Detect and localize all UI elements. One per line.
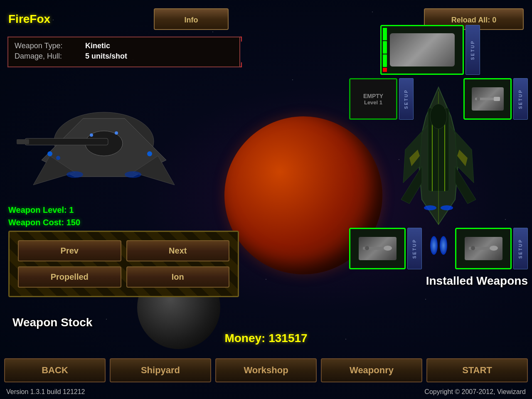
health-bar-green — [383, 28, 387, 40]
weapon-damage-row: Damage, Hull: 5 units/shot — [15, 52, 233, 61]
bot-right-container: SETUP — [455, 228, 528, 269]
svg-point-7 — [47, 151, 52, 156]
version-text: Version 1.3.1 build 121212 — [6, 388, 85, 396]
weapon-slot-top-img — [390, 33, 455, 66]
svg-point-10 — [90, 133, 93, 137]
weapon-level: Weapon Level: 1 — [8, 204, 80, 216]
installed-weapons-panel: SETUP EMPTY Level 1 SETUP — [349, 25, 528, 288]
svg-point-9 — [147, 151, 152, 156]
start-button[interactable]: START — [426, 358, 528, 382]
weapon-info-panel: Weapon Type: Kinetic Damage, Hull: 5 uni… — [7, 37, 240, 67]
back-button[interactable]: BACK — [4, 358, 106, 382]
svg-rect-4 — [17, 139, 29, 144]
weapon-stats: Weapon Level: 1 Weapon Cost: 150 — [8, 204, 80, 229]
shipyard-button[interactable]: Shipyard — [110, 358, 211, 382]
next-button[interactable]: Next — [126, 240, 230, 261]
ship-name: FireFox — [8, 12, 50, 26]
weapon-type-label: Weapon Type: — [15, 42, 81, 50]
setup-btn-mid-right[interactable]: SETUP — [513, 78, 528, 120]
info-button[interactable]: Info — [154, 8, 229, 30]
propelled-button[interactable]: Propelled — [18, 266, 121, 288]
weapon-cost: Weapon Cost: 150 — [8, 216, 80, 229]
copyright-text: Copyright © 2007-2012, Viewizard — [424, 388, 526, 396]
setup-btn-bot-left[interactable]: SETUP — [407, 228, 422, 269]
svg-point-11 — [115, 131, 118, 135]
weapon-damage-value: 5 units/shot — [85, 52, 127, 61]
weapon-stock-label: Weapon Stock — [12, 316, 92, 329]
glow-figure-2 — [440, 236, 447, 255]
weapon-type-value: Kinetic — [85, 42, 110, 50]
weapon-stock-panel: Prev Next Propelled Ion — [8, 231, 239, 297]
setup-btn-bot-right[interactable]: SETUP — [513, 228, 528, 269]
bottom-nav: BACK Shipyard Workshop Weaponry START — [4, 358, 528, 382]
center-ship-art — [397, 83, 480, 229]
weapon-slot-bot-left[interactable] — [349, 228, 406, 269]
weapon-type-panel: Weapon Type: Kinetic Damage, Hull: 5 uni… — [7, 37, 242, 67]
weapon-icon-bot-left — [359, 237, 397, 260]
svg-point-32 — [384, 246, 392, 251]
svg-rect-15 — [494, 97, 500, 101]
health-bar-green2 — [383, 41, 387, 54]
svg-point-8 — [56, 156, 60, 160]
health-bar-red — [383, 68, 387, 72]
weapon-slot-bot-right[interactable] — [455, 228, 512, 269]
svg-point-33 — [365, 246, 369, 250]
weaponry-button[interactable]: Weaponry — [321, 358, 422, 382]
installed-ship-svg — [397, 83, 480, 229]
main-panel: FireFox Info Reload All: 0 Weapon Type: … — [0, 0, 532, 399]
weapon-stock-buttons: Prev Next Propelled Ion — [18, 240, 229, 288]
weapon-slot-mid-left[interactable]: EMPTY Level 1 — [349, 78, 397, 120]
bot-slots-row: SETUP — [349, 228, 528, 269]
health-bars — [383, 28, 387, 72]
empty-slot-text: EMPTY Level 1 — [363, 93, 383, 106]
weapon-icon-bot-left-svg — [363, 243, 392, 254]
weapon-icon-bot-right-svg — [469, 243, 498, 254]
installed-weapons-label: Installed Weapons — [349, 274, 528, 288]
glow-figures — [426, 236, 451, 255]
bot-left-container: SETUP — [349, 228, 422, 269]
weapon-slot-top[interactable] — [380, 25, 464, 75]
money-display: Money: 131517 — [224, 332, 307, 345]
svg-point-36 — [471, 246, 475, 250]
svg-point-13 — [125, 171, 141, 178]
svg-point-35 — [490, 246, 498, 251]
bot-center-spacer — [426, 228, 451, 269]
weapon-icon-bot-right — [465, 237, 502, 260]
health-bar-green3 — [383, 54, 387, 67]
workshop-button[interactable]: Workshop — [215, 358, 317, 382]
svg-point-12 — [66, 171, 83, 178]
ship-svg — [8, 85, 200, 197]
top-slot-container: SETUP — [380, 25, 480, 75]
ion-button[interactable]: Ion — [126, 266, 230, 288]
weapon-type-row: Weapon Type: Kinetic — [15, 42, 233, 50]
ship-display — [4, 83, 204, 200]
svg-rect-3 — [25, 138, 108, 145]
top-slot-row: SETUP — [349, 25, 511, 75]
weapon-damage-label: Damage, Hull: — [15, 52, 81, 61]
svg-point-28 — [441, 205, 453, 210]
prev-button[interactable]: Prev — [18, 240, 121, 261]
setup-btn-top[interactable]: SETUP — [466, 25, 480, 75]
glow-figure-1 — [430, 236, 438, 255]
svg-point-26 — [430, 104, 447, 129]
svg-point-27 — [424, 205, 436, 210]
